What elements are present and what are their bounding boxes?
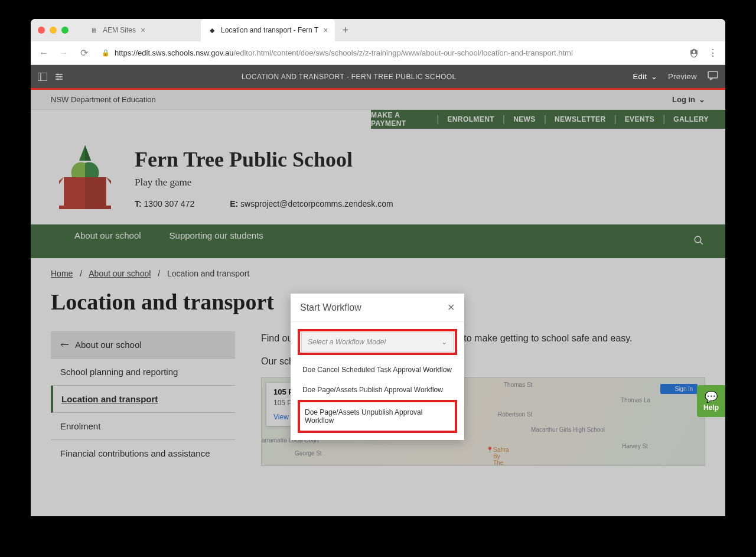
modal-title: Start Workflow <box>300 302 361 313</box>
sidenav-back[interactable]: 🡐 About our school <box>51 331 235 359</box>
ribbon-events[interactable]: EVENTS <box>625 115 654 123</box>
person-icon: 👤 <box>665 386 672 392</box>
workflow-select[interactable]: Select a Workflow Model ⌄ <box>301 333 454 351</box>
ribbon-enrolment[interactable]: ENROLMENT <box>447 115 494 123</box>
forward-button[interactable]: → <box>56 45 72 61</box>
dept-label: NSW Department of Education <box>51 95 156 104</box>
svg-rect-14 <box>85 206 111 209</box>
breadcrumb-home[interactable]: Home <box>51 269 73 278</box>
site-favicon-icon: ◆ <box>208 26 216 34</box>
breadcrumb: Home / About our school / Location and t… <box>31 258 725 278</box>
arrow-left-icon: 🡐 <box>60 340 69 350</box>
aem-page-title: LOCATION AND TRANSPORT - FERN TREE PUBLI… <box>65 73 633 81</box>
workflow-option-unpublish-highlight: Doe Page/Assets Unpublish Approval Workf… <box>298 400 457 433</box>
workflow-option-cancel[interactable]: Doe Cancel Scheduled Task Approval Workf… <box>298 360 457 380</box>
school-header: Fern Tree Public School Play the game T:… <box>31 129 725 224</box>
workflow-select-placeholder: Select a Workflow Model <box>308 338 386 346</box>
workflow-option-unpublish[interactable]: Doe Page/Assets Unpublish Approval Workf… <box>302 406 452 427</box>
tab-aem-sites[interactable]: 🗎 AEM Sites × <box>83 19 201 41</box>
breadcrumb-about[interactable]: About our school <box>89 269 151 278</box>
sidenav: 🡐 About our school School planning and r… <box>51 331 235 467</box>
workflow-option-publish[interactable]: Doe Page/Assets Publish Approval Workflo… <box>298 380 457 400</box>
preview-button[interactable]: Preview <box>668 72 697 81</box>
menu-icon[interactable]: ⋮ <box>705 45 721 61</box>
content-viewport: NSW Department of Education Log in ⌄ MAK… <box>31 90 725 516</box>
close-icon[interactable]: ✕ <box>447 302 455 313</box>
help-button[interactable]: 💬 Help <box>697 385 725 417</box>
sidenav-item-financial[interactable]: Financial contributions and assistance <box>51 440 235 467</box>
workflow-select-highlight: Select a Workflow Model ⌄ <box>298 329 457 355</box>
dept-bar: NSW Department of Education Log in ⌄ <box>31 90 725 110</box>
file-icon: 🗎 <box>90 26 98 34</box>
school-contacts: T: 1300 307 472 E: swsproject@detcorpcom… <box>135 199 699 209</box>
svg-point-5 <box>57 73 59 75</box>
back-button[interactable]: ← <box>35 45 52 61</box>
window-zoom-icon[interactable] <box>61 27 69 34</box>
new-tab-button[interactable]: + <box>335 19 356 41</box>
url-field[interactable]: 🔒 https://edit.sws.schools.nsw.gov.au/ed… <box>96 45 683 61</box>
school-logo-icon <box>57 143 116 213</box>
title-bar: 🗎 AEM Sites × ◆ Location and transport -… <box>31 19 725 41</box>
close-icon[interactable]: × <box>323 25 328 35</box>
chat-icon: 💬 <box>705 390 718 403</box>
lock-icon: 🔒 <box>102 49 110 57</box>
annotate-icon[interactable] <box>708 71 718 82</box>
side-panel-icon[interactable] <box>38 72 47 82</box>
reload-button[interactable]: ⟳ <box>76 45 92 61</box>
phone-number[interactable]: 1300 307 472 <box>144 199 195 209</box>
svg-point-7 <box>57 78 59 80</box>
login-link[interactable]: Log in ⌄ <box>672 95 705 104</box>
svg-marker-12 <box>106 177 111 184</box>
ribbon-payment[interactable]: MAKE A PAYMENT <box>371 111 428 128</box>
browser-window: 🗎 AEM Sites × ◆ Location and transport -… <box>31 19 725 516</box>
page-info-icon[interactable] <box>56 72 65 82</box>
chevron-down-icon: ⌄ <box>651 72 657 81</box>
svg-marker-11 <box>59 177 64 184</box>
ribbon-newsletter[interactable]: NEWSLETTER <box>555 115 606 123</box>
sidenav-item-planning[interactable]: School planning and reporting <box>51 359 235 386</box>
edit-mode-button[interactable]: Edit ⌄ <box>633 72 657 81</box>
svg-rect-8 <box>708 71 718 78</box>
main-nav: About our school Supporting our students <box>31 224 725 258</box>
svg-line-16 <box>700 242 703 245</box>
address-bar: ← → ⟳ 🔒 https://edit.sws.schools.nsw.gov… <box>31 41 725 65</box>
tab-location-transport[interactable]: ◆ Location and transport - Fern T × <box>201 19 335 41</box>
profile-icon[interactable] <box>686 45 702 61</box>
svg-point-15 <box>695 236 701 243</box>
search-icon[interactable] <box>693 235 704 247</box>
breadcrumb-current: Location and transport <box>167 269 249 278</box>
ribbon-news[interactable]: NEWS <box>513 115 536 123</box>
sidenav-item-enrolment[interactable]: Enrolment <box>51 413 235 440</box>
svg-rect-0 <box>38 73 47 81</box>
chevron-down-icon: ⌄ <box>699 95 705 104</box>
sidenav-item-location[interactable]: Location and transport <box>51 386 235 413</box>
utility-nav: MAKE A PAYMENT| ENROLMENT| NEWS| NEWSLET… <box>371 110 725 129</box>
ribbon-gallery[interactable]: GALLERY <box>673 115 709 123</box>
window-close-icon[interactable] <box>38 27 45 34</box>
tab-label: Location and transport - Fern T <box>221 26 318 34</box>
nav-supporting[interactable]: Supporting our students <box>170 230 263 242</box>
window-minimize-icon[interactable] <box>50 27 57 34</box>
map-signin-button[interactable]: 👤 Sign in <box>660 384 698 394</box>
traffic-lights <box>38 27 69 34</box>
school-tagline: Play the game <box>135 177 699 188</box>
chevron-down-icon: ⌄ <box>441 338 447 346</box>
tab-label: AEM Sites <box>103 26 136 34</box>
email-address[interactable]: swsproject@detcorpcomms.zendesk.com <box>240 199 393 209</box>
close-icon[interactable]: × <box>141 25 145 35</box>
school-name: Fern Tree Public School <box>135 147 699 172</box>
start-workflow-modal: Start Workflow ✕ Select a Workflow Model… <box>291 294 464 440</box>
aem-editor-bar: LOCATION AND TRANSPORT - FERN TREE PUBLI… <box>31 65 725 90</box>
svg-rect-10 <box>85 177 106 206</box>
nav-about[interactable]: About our school <box>74 230 141 242</box>
tab-strip: 🗎 AEM Sites × ◆ Location and transport -… <box>83 19 718 41</box>
svg-point-6 <box>60 76 61 77</box>
